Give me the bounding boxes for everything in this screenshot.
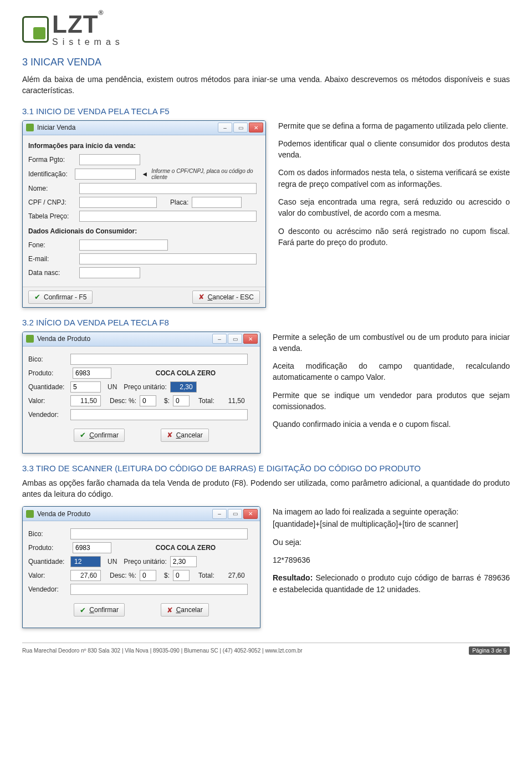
desc-perc-input[interactable] — [140, 570, 156, 581]
maximize-button[interactable]: ▭ — [228, 509, 242, 519]
qtd-label: Quantidade: — [28, 558, 67, 566]
fone-label: Fone: — [28, 241, 76, 249]
p-3-3-d: 12*789636 — [273, 554, 510, 566]
produto-cod-input[interactable] — [73, 542, 111, 553]
valor-value: 11,50 — [70, 395, 101, 406]
confirmar-label: Confirmar — [89, 431, 119, 439]
confirmar-f5-button[interactable]: ✔ Confirmar - F5 — [28, 291, 93, 304]
cancel-icon: ✘ — [167, 607, 173, 614]
maximize-button[interactable]: ▭ — [228, 334, 242, 344]
bico-input[interactable] — [70, 528, 248, 539]
cancel-icon: ✘ — [167, 431, 173, 439]
vendedor-input[interactable] — [70, 409, 248, 420]
desc-perc-label: Desc: %: — [110, 397, 136, 405]
tabela-preco-input[interactable] — [79, 211, 257, 222]
page-number: Página 3 de 6 — [469, 646, 510, 655]
cpf-input[interactable] — [79, 197, 157, 208]
maximize-button[interactable]: ▭ — [233, 123, 248, 133]
app-icon — [26, 510, 34, 518]
produto-cod-input[interactable] — [73, 368, 111, 379]
cancelar-button[interactable]: ✘ Cancelar Cancelar — [161, 429, 209, 442]
venda-produto-dialog: Venda de Produto – ▭ ✕ Bico: Produto: CO… — [22, 332, 260, 454]
placa-input[interactable] — [192, 197, 242, 208]
forma-pgto-label: Forma Pgto: — [28, 156, 76, 164]
forma-pgto-input[interactable] — [79, 154, 140, 165]
valor-label: Valor: — [28, 397, 67, 405]
close-button[interactable]: ✕ — [243, 334, 258, 344]
desc-perc-input[interactable] — [140, 395, 156, 406]
p-3-3-intro: Ambas as opções farão chamada da tela Ve… — [22, 477, 510, 500]
window-titlebar[interactable]: Venda de Produto – ▭ ✕ — [23, 507, 260, 521]
bico-label: Bico: — [28, 530, 67, 538]
vendedor-input[interactable] — [70, 584, 248, 595]
bico-label: Bico: — [28, 355, 67, 363]
preco-input[interactable] — [170, 556, 197, 567]
footer-address: Rua Marechal Deodoro nº 830 Sala 302 | V… — [22, 648, 303, 654]
produto-label: Produto: — [28, 369, 67, 377]
p-3-1-d: Caso seja encontrada uma regra, será red… — [278, 196, 510, 219]
total-label: Total: — [198, 397, 214, 405]
logo-brand-text: LZT — [52, 11, 99, 38]
total-value: 27,60 — [218, 570, 248, 581]
desc-val-input[interactable] — [173, 570, 190, 581]
minimize-button[interactable]: – — [212, 334, 227, 344]
identificacao-input[interactable] — [75, 169, 136, 180]
qtd-input[interactable]: 12 — [70, 556, 101, 567]
cancelar-button[interactable]: ✘ Cancelar — [161, 603, 209, 617]
desc-perc-label: Desc: %: — [110, 572, 136, 579]
qtd-input[interactable] — [70, 381, 101, 393]
cancelar-label: Cancelar — [176, 431, 203, 439]
tabela-preco-label: Tabela Preço: — [28, 212, 76, 220]
preco-label: Preço unitário: — [124, 558, 166, 566]
minimize-button[interactable]: – — [212, 509, 227, 519]
section-3-heading: 3 INICAR VENDA — [22, 57, 510, 68]
p-3-2-b: Aceita modificação do campo quantidade, … — [273, 360, 510, 383]
registered-icon: ® — [99, 9, 104, 17]
qtd-label: Quantidade: — [28, 383, 67, 391]
un-label: UN — [108, 383, 117, 391]
logo: LZT® Sistemas — [22, 12, 510, 47]
check-icon: ✔ — [34, 293, 40, 300]
confirmar-button[interactable]: ✔ Confirmar — [74, 603, 125, 617]
total-value: 11,50 — [218, 395, 248, 406]
logo-brand: LZT® — [52, 12, 124, 37]
email-input[interactable] — [79, 253, 257, 264]
preco-label: Preço unitário: — [124, 383, 166, 391]
cancelar-esc-button[interactable]: ✘ CCancelar - ESCancelar - ESC — [192, 291, 260, 304]
email-label: E-mail: — [28, 255, 76, 263]
minimize-button[interactable]: – — [218, 123, 232, 133]
desc-val-input[interactable] — [173, 395, 190, 406]
preco-input[interactable]: 2,30 — [170, 381, 197, 393]
confirmar-button[interactable]: ✔ Confirmar Confirmar — [74, 429, 125, 442]
data-nasc-input[interactable] — [79, 267, 140, 278]
total-label: Total: — [198, 572, 214, 579]
section-3-2-heading: 3.2 INÍCIO DA VENDA PELA TECLA F8 — [22, 318, 510, 327]
nome-label: Nome: — [28, 185, 76, 192]
section-3-1-heading: 3.1 INICIO DE VENDA PELA TECLA F5 — [22, 106, 510, 116]
p-3-3-e: Resultado: Selecionado o produto cujo có… — [273, 572, 510, 595]
logo-subtext: Sistemas — [52, 38, 124, 47]
p-3-2-d: Quando confirmado inicia a venda e o cup… — [273, 419, 510, 430]
check-icon: ✔ — [80, 431, 86, 439]
logo-mark-icon — [22, 16, 49, 43]
close-button[interactable]: ✕ — [249, 123, 263, 133]
nome-input[interactable] — [79, 183, 257, 194]
data-nasc-label: Data nasc: — [28, 269, 76, 277]
section-3-intro: Além da baixa de uma pendência, existem … — [22, 74, 510, 96]
bico-input[interactable] — [70, 354, 248, 365]
p-3-3-b: [quantidade]+[sinal de multiplicação]+[t… — [273, 518, 510, 529]
desc-val-label: $: — [164, 572, 170, 579]
close-button[interactable]: ✕ — [243, 509, 258, 519]
confirmar-label: Confirmar - F5 — [44, 293, 86, 301]
fone-input[interactable] — [79, 240, 168, 251]
p-3-1-a: Permite que se defina a forma de pagamen… — [278, 120, 510, 131]
identificacao-label: Identificação: — [28, 170, 71, 178]
section-label-2: Dados Adicionais do Consumidor: — [28, 227, 260, 235]
p-3-1-c: Com os dados informados nesta tela, o si… — [278, 167, 510, 190]
produto-label: Produto: — [28, 544, 67, 552]
p-3-3-c: Ou seja: — [273, 537, 510, 548]
window-titlebar[interactable]: Iniciar Venda – ▭ ✕ — [23, 121, 265, 135]
window-titlebar[interactable]: Venda de Produto – ▭ ✕ — [23, 332, 260, 347]
window-title: Venda de Produto — [37, 335, 90, 343]
identificacao-hint: Informe o CPF/CNPJ, placa ou código do c… — [151, 168, 260, 180]
